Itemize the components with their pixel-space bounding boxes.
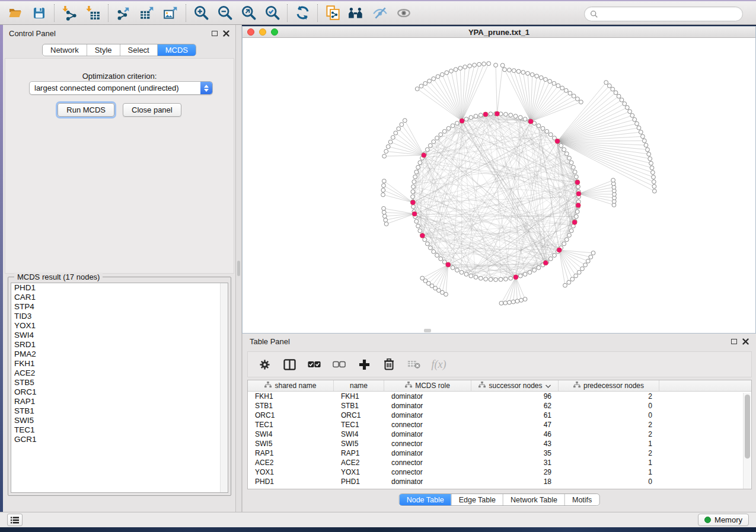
search-box[interactable] <box>584 7 743 21</box>
tab-style[interactable]: Style <box>87 44 120 56</box>
tab-mcds[interactable]: MCDS <box>158 44 196 56</box>
mcds-result-item[interactable]: TEC1 <box>11 425 228 435</box>
mcds-result-item[interactable]: STB5 <box>11 378 228 387</box>
tab-edge-table[interactable]: Edge Table <box>452 494 503 505</box>
float-panel-icon[interactable] <box>731 339 737 344</box>
mcds-result-item[interactable]: CAR1 <box>11 293 228 302</box>
mcds-result-item[interactable]: FKH1 <box>11 359 228 368</box>
list-icon <box>11 517 19 524</box>
search-input[interactable] <box>601 9 742 18</box>
tab-motifs[interactable]: Motifs <box>565 494 599 505</box>
table-row[interactable]: ACE2ACE2connector311 <box>248 458 751 467</box>
zoom-in-icon <box>193 5 209 21</box>
network-graph[interactable] <box>243 38 755 333</box>
settings-gear-button[interactable] <box>256 355 273 373</box>
export-table-button[interactable] <box>135 3 159 23</box>
mcds-result-item[interactable]: PHD1 <box>11 283 228 293</box>
close-panel-button[interactable]: Close panel <box>123 103 181 117</box>
toolbar-separator <box>287 4 288 22</box>
mcds-result-item[interactable]: ACE2 <box>11 368 228 378</box>
criterion-dropdown[interactable]: largest connected component (undirected) <box>29 81 213 95</box>
first-neighbors-button[interactable] <box>344 3 368 23</box>
hide-selected-button[interactable] <box>368 3 392 23</box>
table-cell: STB1 <box>334 402 384 410</box>
add-column-button[interactable] <box>356 355 372 373</box>
table-cell: YOX1 <box>334 468 384 476</box>
table-row[interactable]: SWI5SWI5connector431 <box>248 439 751 448</box>
mcds-result-list[interactable]: PHD1CAR1STP4TID3YOX1SWI4SRD1PMA2FKH1ACE2… <box>11 283 228 493</box>
export-network-button[interactable] <box>111 3 135 23</box>
import-network-button[interactable] <box>58 3 81 23</box>
mcds-result-item[interactable]: STP4 <box>11 302 228 312</box>
panel-splitter[interactable] <box>236 25 242 512</box>
float-panel-icon[interactable] <box>212 31 218 36</box>
network-window-titlebar[interactable]: YPA_prune.txt_1 <box>243 27 755 38</box>
deselect-all-rows-button[interactable] <box>331 355 347 373</box>
delete-columns-button[interactable] <box>381 355 397 373</box>
table-row[interactable]: PHD1PHD1dominator180 <box>248 477 751 486</box>
mcds-result-item[interactable]: STB1 <box>11 406 228 416</box>
zoom-fit-icon <box>241 5 257 21</box>
mcds-result-item[interactable]: SRD1 <box>11 340 228 350</box>
panel-list-button[interactable] <box>7 514 23 526</box>
open-file-button[interactable] <box>4 3 27 23</box>
table-cell: TEC1 <box>248 421 334 429</box>
zoom-in-button[interactable] <box>189 3 213 23</box>
import-table-button[interactable] <box>81 3 105 23</box>
control-panel: Control Panel Network Style Select MCDS … <box>3 25 236 512</box>
mcds-result-item[interactable]: PMA2 <box>11 350 228 359</box>
network-snapshot-button[interactable] <box>321 3 344 23</box>
mcds-result-item[interactable]: SWI5 <box>11 416 228 425</box>
column-header-successor-nodes[interactable]: successor nodes <box>471 380 559 391</box>
table-cell: 2 <box>559 421 659 429</box>
column-header-predecessor-nodes[interactable]: predecessor nodes <box>559 380 659 391</box>
table-row[interactable]: RAP1RAP1dominator352 <box>248 448 751 458</box>
mcds-list-scrollbar[interactable] <box>220 283 228 492</box>
table-cell: 1 <box>559 440 659 448</box>
tab-node-table[interactable]: Node Table <box>400 494 452 505</box>
show-all-button[interactable] <box>392 3 416 23</box>
table-scrollbar-thumb[interactable] <box>745 395 750 459</box>
save-session-button[interactable] <box>27 3 51 23</box>
mcds-result-item[interactable]: GCR1 <box>11 435 228 444</box>
zoom-selected-button[interactable] <box>260 3 284 23</box>
table-cell: PHD1 <box>334 477 384 486</box>
close-panel-icon[interactable] <box>742 338 749 345</box>
network-hscroll-thumb[interactable] <box>424 329 431 332</box>
mcds-result-item[interactable]: SWI4 <box>11 331 228 340</box>
export-image-button[interactable] <box>159 3 183 23</box>
run-mcds-button[interactable]: Run MCDS <box>58 103 114 117</box>
splitter-handle[interactable] <box>237 261 240 276</box>
table-scrollbar[interactable] <box>743 393 751 489</box>
mcds-result-item[interactable]: ORC1 <box>11 387 228 397</box>
zoom-fit-button[interactable] <box>237 3 260 23</box>
zoom-out-button[interactable] <box>213 3 237 23</box>
table-row[interactable]: STB1STB1dominator620 <box>248 401 751 411</box>
column-header-shared-name[interactable]: shared name <box>248 380 334 391</box>
refresh-layout-button[interactable] <box>291 3 314 23</box>
table-row[interactable]: FKH1FKH1dominator962 <box>248 392 751 401</box>
table-row[interactable]: ORC1ORC1dominator610 <box>248 411 751 420</box>
table-cell: YOX1 <box>248 468 334 476</box>
column-type-icon <box>405 382 412 390</box>
column-header-MCDS-role[interactable]: MCDS role <box>384 380 471 391</box>
select-all-rows-button[interactable] <box>306 355 323 373</box>
columns-icon <box>283 359 296 370</box>
mcds-result-item[interactable]: RAP1 <box>11 397 228 406</box>
memory-button[interactable]: Memory <box>698 514 749 526</box>
column-header-name[interactable]: name <box>334 380 384 391</box>
tab-select[interactable]: Select <box>120 44 158 56</box>
table-cell: STB1 <box>248 402 334 410</box>
table-tabs: Node Table Edge Table Network Table Moti… <box>399 493 600 506</box>
mcds-result-item[interactable]: YOX1 <box>11 321 228 331</box>
network-canvas[interactable] <box>243 38 755 333</box>
table-row[interactable]: TEC1TEC1connector472 <box>248 420 751 430</box>
tab-network[interactable]: Network <box>43 44 87 56</box>
close-panel-icon[interactable] <box>223 30 229 37</box>
table-row[interactable]: SWI4SWI4dominator462 <box>248 430 751 439</box>
show-columns-button[interactable] <box>281 355 298 373</box>
tab-network-table[interactable]: Network Table <box>503 494 565 505</box>
mcds-result-item[interactable]: TID3 <box>11 312 228 321</box>
table-row[interactable]: YOX1YOX1connector291 <box>248 467 751 477</box>
table-cell: SWI5 <box>248 440 334 448</box>
